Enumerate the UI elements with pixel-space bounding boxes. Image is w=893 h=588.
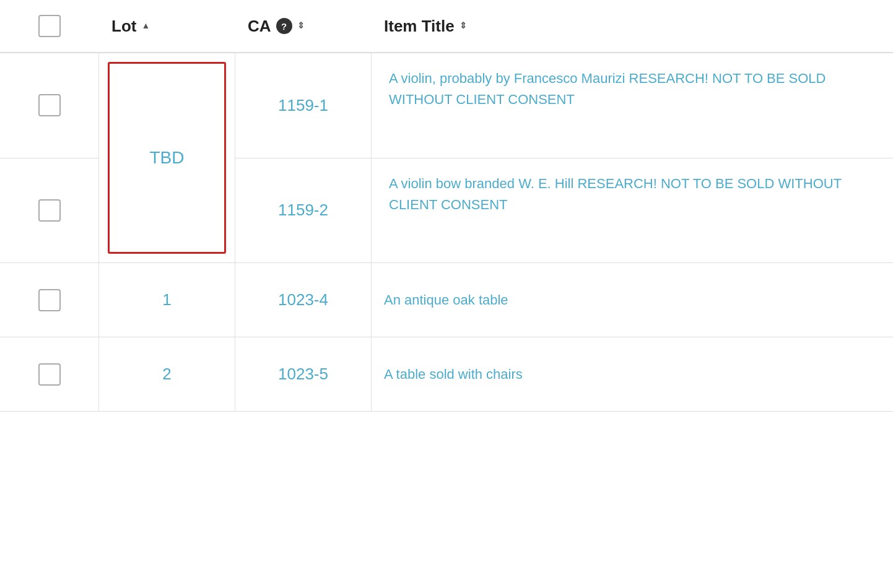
row2-ca-value: 1159-2 [278,201,328,220]
row1-checkbox[interactable] [38,94,61,116]
row1-ca-cell[interactable]: 1159-1 [235,53,371,158]
row3-lot-cell[interactable]: 1 [99,263,235,337]
row3-title-value: An antique oak table [384,290,508,310]
table-header: Lot ▲ CA ? ⇕ Item Title ⇕ [0,0,893,53]
tbd-lot-cell[interactable]: TBD [108,62,226,254]
items-table: Lot ▲ CA ? ⇕ Item Title ⇕ [0,0,893,412]
lot-label: Lot [111,17,136,36]
ca-sort-icon[interactable]: ⇕ [297,21,305,30]
ca-header[interactable]: CA ? ⇕ [235,0,372,52]
row-group-tbd: TBD 1159-1 1159-2 A violin, probably by … [0,53,893,263]
row2-checkbox-cell [0,158,98,263]
tbd-lot-value: TBD [150,148,185,168]
row2-title-value: A violin bow branded W. E. Hill RESEARCH… [389,173,876,215]
row4-checkbox[interactable] [38,363,61,386]
ca-help-icon[interactable]: ? [276,18,292,34]
item-title-sort-icon[interactable]: ⇕ [460,21,467,30]
row3-lot-value: 1 [162,290,171,309]
row3-title-cell[interactable]: An antique oak table [372,263,893,337]
row2-checkbox[interactable] [38,199,61,222]
row1-title-value: A violin, probably by Francesco Maurizi … [389,68,876,110]
row4-ca-value: 1023-5 [278,365,328,384]
row4-title-value: A table sold with chairs [384,364,523,384]
select-all-header[interactable] [0,0,99,52]
ca-label: CA [248,17,271,36]
title-col-group1: A violin, probably by Francesco Maurizi … [372,53,893,262]
row3-ca-cell[interactable]: 1023-4 [235,263,372,337]
row1-ca-value: 1159-1 [278,96,328,115]
item-title-label: Item Title [384,17,455,36]
row3-checkbox-cell [0,263,99,337]
row3-ca-value: 1023-4 [278,290,328,309]
table-row: 1 1023-4 An antique oak table [0,263,893,337]
lot-col-tbd: TBD [99,53,235,262]
row4-lot-cell[interactable]: 2 [99,337,235,411]
row2-title-cell[interactable]: A violin bow branded W. E. Hill RESEARCH… [372,158,893,263]
row3-checkbox[interactable] [38,289,61,311]
row1-checkbox-cell [0,53,98,158]
table-row: 2 1023-5 A table sold with chairs [0,337,893,412]
row4-ca-cell[interactable]: 1023-5 [235,337,372,411]
row2-ca-cell[interactable]: 1159-2 [235,158,371,263]
ca-col-group1: 1159-1 1159-2 [235,53,372,262]
row4-title-cell[interactable]: A table sold with chairs [372,337,893,411]
row4-checkbox-cell [0,337,99,411]
checkbox-col-group1 [0,53,99,262]
lot-sort-icon[interactable]: ▲ [141,21,150,30]
lot-header[interactable]: Lot ▲ [99,0,235,52]
table-body: TBD 1159-1 1159-2 A violin, probably by … [0,53,893,412]
select-all-checkbox[interactable] [38,15,61,37]
item-title-header[interactable]: Item Title ⇕ [372,0,893,52]
row1-title-cell[interactable]: A violin, probably by Francesco Maurizi … [372,53,893,158]
row4-lot-value: 2 [162,365,171,384]
